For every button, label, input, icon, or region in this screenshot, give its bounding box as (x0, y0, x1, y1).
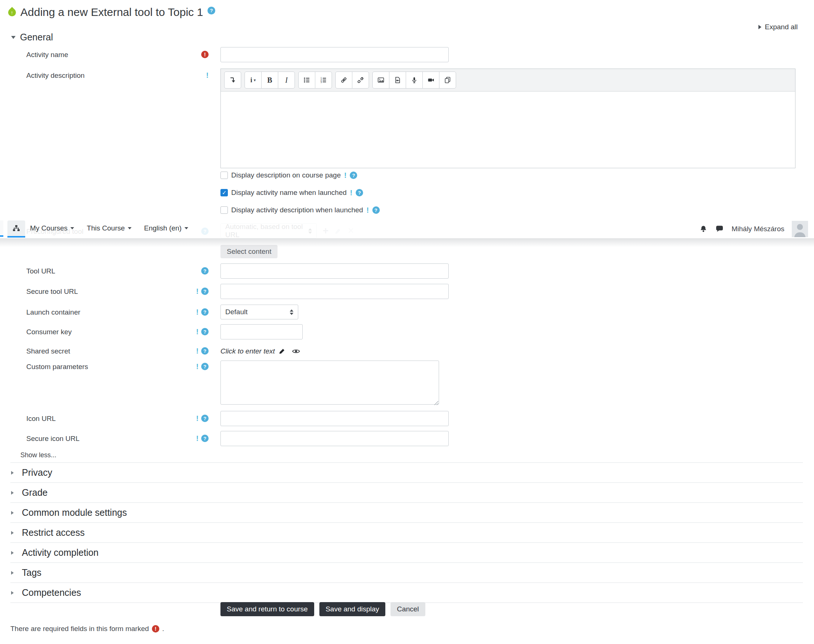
chevron-down-icon (11, 36, 15, 39)
record-audio-icon[interactable] (406, 72, 423, 89)
paragraph-styles-icon[interactable]: i▾ (245, 72, 262, 89)
advanced-icon: ! (366, 206, 369, 214)
icon-url-row: Icon URL !? (0, 411, 814, 426)
nav-this-course[interactable]: This Course (87, 224, 131, 232)
nav-language[interactable]: English (en) (144, 224, 188, 232)
activity-description-row: Activity description ! i▾ B I (0, 69, 814, 168)
show-less-link[interactable]: Show less... (20, 451, 56, 459)
icon-url-label: Icon URL (26, 415, 55, 423)
section-tags[interactable]: Tags (11, 563, 803, 583)
insert-media-icon[interactable] (389, 72, 406, 89)
nav-my-courses[interactable]: My Courses (30, 224, 74, 232)
help-icon[interactable]: ? (373, 206, 380, 214)
link-icon[interactable] (335, 72, 353, 89)
save-and-return-button[interactable]: Save and return to course (221, 602, 314, 616)
record-video-icon[interactable] (422, 72, 439, 89)
icon-url-input[interactable] (221, 411, 449, 426)
expand-all-label: Expand all (765, 23, 798, 31)
help-icon[interactable]: ? (201, 328, 208, 335)
required-icon: ! (152, 625, 159, 633)
section-general-header[interactable]: General (11, 32, 53, 43)
launch-container-select[interactable]: Default (221, 305, 298, 319)
required-icon: ! (201, 51, 208, 58)
help-icon[interactable]: ? (201, 435, 208, 442)
description-editing-area[interactable] (221, 92, 795, 168)
select-content-button[interactable]: Select content (221, 245, 277, 258)
shared-secret-value[interactable]: Click to enter text (221, 347, 275, 355)
collapse-toolbar-icon[interactable] (224, 72, 241, 89)
custom-parameters-textarea[interactable] (221, 360, 439, 405)
shared-secret-label: Shared secret (26, 347, 70, 355)
page-title-row: ↑ Adding a new External tool to Topic 1 … (8, 6, 215, 18)
section-grade[interactable]: Grade (11, 483, 803, 503)
consumer-key-input[interactable] (221, 324, 303, 339)
user-name[interactable]: Mihály Mészáros (731, 225, 784, 233)
insert-image-icon[interactable] (373, 72, 389, 89)
section-privacy[interactable]: Privacy (11, 463, 803, 483)
advanced-icon: ! (196, 328, 199, 335)
section-competencies[interactable]: Competencies (11, 583, 803, 603)
external-tool-icon: ↑ (7, 7, 18, 18)
bell-icon[interactable] (699, 225, 708, 233)
editor-toolbar: i▾ B I 123 (221, 69, 795, 92)
activity-description-label: Activity description (26, 72, 84, 80)
chevron-right-icon (11, 511, 14, 515)
help-icon[interactable]: ? (201, 415, 208, 422)
launch-container-row: Launch container !? Default (0, 305, 814, 319)
help-icon[interactable]: ? (201, 267, 208, 274)
help-icon[interactable]: ? (201, 288, 208, 295)
help-icon[interactable]: ? (201, 347, 208, 354)
required-fields-note: There are required fields in this form m… (11, 625, 164, 633)
expand-all-link[interactable]: Expand all (759, 23, 798, 31)
collapsed-sections: Privacy Grade Common module settings Res… (11, 462, 803, 603)
unordered-list-icon[interactable] (298, 72, 315, 89)
section-restrict-access[interactable]: Restrict access (11, 523, 803, 543)
chevron-right-icon (11, 571, 14, 575)
display-activity-name-checkbox[interactable] (221, 189, 228, 196)
tool-url-label: Tool URL (26, 267, 55, 275)
svg-text:3: 3 (320, 81, 322, 83)
help-icon[interactable]: ? (201, 363, 208, 370)
display-description-label: Display description on course page (231, 171, 341, 179)
cancel-button[interactable]: Cancel (391, 602, 425, 616)
activity-name-input[interactable] (221, 47, 449, 62)
bold-icon[interactable]: B (261, 72, 278, 89)
display-activity-description-checkbox[interactable] (221, 206, 228, 214)
help-icon[interactable]: ? (350, 172, 357, 179)
display-description-checkbox[interactable] (221, 172, 228, 179)
consumer-key-label: Consumer key (26, 328, 72, 336)
sitemap-icon (12, 224, 20, 232)
pencil-icon[interactable] (279, 348, 285, 354)
help-icon[interactable]: ? (207, 7, 215, 14)
section-common-module-settings[interactable]: Common module settings (11, 503, 803, 523)
italic-icon[interactable]: I (278, 72, 295, 89)
navbar-shadow (0, 238, 814, 247)
avatar[interactable] (792, 221, 808, 237)
help-icon[interactable]: ? (356, 189, 363, 196)
display-activity-name-row: Display activity name when launched ! ? (221, 189, 363, 197)
secure-tool-url-label: Secure tool URL (26, 288, 78, 296)
chevron-right-icon (11, 471, 14, 475)
section-general-title: General (20, 32, 53, 43)
secure-tool-url-input[interactable] (221, 284, 449, 299)
advanced-icon: ! (344, 172, 347, 179)
section-activity-completion[interactable]: Activity completion (11, 543, 803, 563)
help-icon[interactable]: ? (201, 308, 208, 316)
unlink-icon[interactable] (352, 72, 369, 89)
save-and-display-button[interactable]: Save and display (319, 602, 386, 616)
custom-parameters-row: Custom parameters !? (0, 360, 814, 406)
eye-icon[interactable] (292, 348, 300, 354)
ordered-list-icon[interactable]: 123 (315, 72, 332, 89)
nav-tab-partial[interactable] (0, 221, 3, 237)
activity-name-row: Activity name ! (0, 47, 814, 62)
manage-files-icon[interactable] (439, 72, 456, 89)
chevron-down-icon (71, 227, 74, 229)
messages-icon[interactable] (715, 225, 724, 233)
chevron-right-icon (11, 491, 14, 495)
secure-icon-url-input[interactable] (221, 431, 449, 446)
chevron-right-icon (11, 551, 14, 555)
sitemap-tab[interactable] (8, 221, 25, 238)
advanced-icon: ! (196, 308, 199, 316)
tool-url-input[interactable] (221, 264, 449, 279)
rich-text-editor: i▾ B I 123 (221, 69, 796, 168)
